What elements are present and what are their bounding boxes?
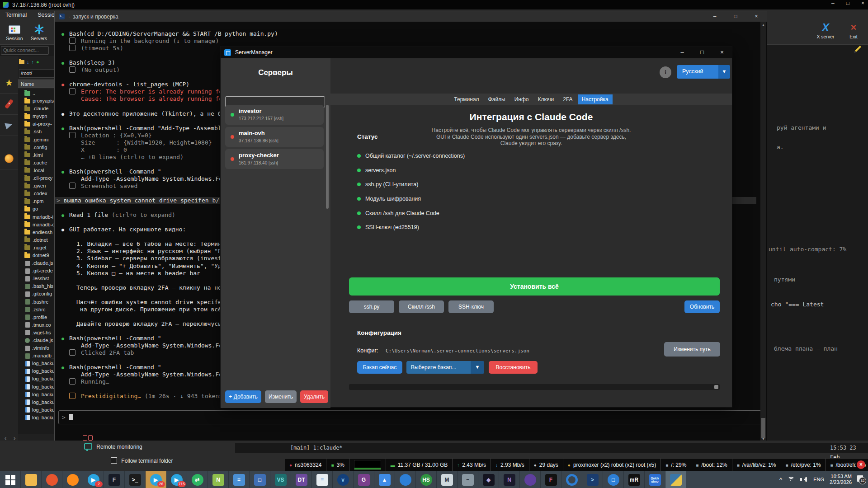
taskbar-blue-circle-app[interactable] [395, 471, 416, 488]
mobaxterm-maximize-icon[interactable]: □ [846, 0, 849, 6]
server-list-scrollbar[interactable] [326, 105, 329, 209]
taskbar-n-purple-app[interactable]: N [499, 471, 520, 488]
sm-minimize-icon[interactable]: – [672, 47, 692, 58]
file-list-item[interactable]: .qwen [18, 182, 54, 190]
file-list-item[interactable]: .claude.js [18, 259, 54, 267]
mobaxterm-minimize-icon[interactable]: – [831, 0, 835, 6]
wifi-icon[interactable] [788, 477, 795, 483]
file-list-item[interactable]: dotnet9 [18, 252, 54, 259]
delete-server-button[interactable]: Удалить [300, 390, 328, 403]
remote-monitoring-toggle[interactable]: Remote monitoring [84, 443, 142, 450]
terminal-titlebar[interactable]: >_ · запуск и проверка – □ × [55, 11, 767, 22]
scrollbar-thumb[interactable] [761, 418, 765, 438]
scroll-up-icon[interactable]: ▲ [760, 23, 766, 27]
folder-up-icon[interactable] [19, 60, 24, 64]
file-list-item[interactable]: log_backu [18, 360, 54, 367]
file-list-item[interactable]: .cache [18, 159, 54, 167]
mobaxterm-close-icon[interactable]: × [861, 0, 864, 6]
file-list-item[interactable]: .npm [18, 197, 54, 205]
taskbar-o-ring-app[interactable] [561, 471, 582, 488]
file-list-item[interactable]: log_backu [18, 414, 54, 422]
tray-chevron-up-icon[interactable]: ^ [779, 476, 782, 483]
restore-button[interactable]: Восстановить [489, 361, 538, 374]
globe-icon[interactable] [0, 148, 18, 169]
file-list-item[interactable]: .ssh [18, 128, 54, 136]
component-button[interactable]: Скилл /ssh [399, 300, 444, 313]
info-button[interactable]: i [660, 66, 671, 78]
upload-icon[interactable]: ↑ [32, 59, 34, 65]
toolbar-servers-button[interactable]: Servers [27, 23, 51, 41]
file-list-item[interactable]: .config [18, 144, 54, 151]
file-list-item[interactable]: .tmux.co [18, 321, 54, 329]
taskbar-bird-app[interactable]: v [333, 471, 354, 488]
file-list-item[interactable]: .codex [18, 190, 54, 197]
file-list-item[interactable]: .dotnet [18, 236, 54, 244]
file-list-item[interactable]: myvpn [18, 113, 54, 120]
taskbar-command-prompt[interactable]: >_ [125, 471, 146, 488]
servermanager-titlebar[interactable]: ServerManager – □ × [221, 47, 732, 58]
terminal-close-icon[interactable]: × [746, 11, 767, 22]
tools-knife-icon[interactable] [0, 94, 18, 115]
follow-terminal-folder-checkbox[interactable]: Follow terminal folder [111, 457, 173, 464]
tray-language[interactable]: ENG [813, 477, 824, 482]
refresh-button[interactable]: Обновить [684, 300, 720, 313]
file-list-item[interactable]: log_backu [18, 367, 54, 375]
favorites-star-icon[interactable]: ★ [0, 72, 18, 94]
tray-clock[interactable]: 10:53 AM 2/23/2026 [830, 474, 852, 485]
file-list-item[interactable]: log_backu [18, 383, 54, 391]
taskbar-notepad[interactable]: ≡ [312, 471, 333, 488]
taskbar-python-app[interactable] [665, 471, 686, 488]
file-path-field[interactable]: /root/ [19, 69, 55, 78]
file-list-item[interactable]: .claude [18, 105, 54, 113]
tab-Файлы[interactable]: Файлы [484, 94, 509, 104]
sm-close-icon[interactable]: × [712, 47, 732, 58]
backup-now-button[interactable]: Бэкап сейчас [357, 361, 402, 374]
file-list-item[interactable]: .profile [18, 314, 54, 321]
taskbar-window-app[interactable]: □ [250, 471, 270, 488]
terminal-minimize-icon[interactable]: – [704, 11, 725, 22]
file-list-item[interactable]: .mariadb_ [18, 352, 54, 360]
taskbar-firefox-browser[interactable] [62, 471, 83, 488]
taskbar-brave-browser[interactable] [42, 471, 62, 488]
file-list-item[interactable]: log_backu [18, 375, 54, 383]
file-list-item[interactable]: .wget-hs [18, 329, 54, 337]
file-list-item[interactable]: .kimi [18, 151, 54, 159]
start-button[interactable] [0, 471, 21, 488]
taskbar-telegram[interactable]: ▶2 [83, 471, 104, 488]
file-list-item[interactable]: .claude.js [18, 337, 54, 344]
pencil-icon[interactable] [855, 46, 861, 52]
file-list-item[interactable]: log_backu [18, 399, 54, 406]
toolbar-exit-button[interactable]: × Exit [842, 21, 865, 39]
file-list-item[interactable]: .gitconfig [18, 290, 54, 298]
taskbar-telegram-alt[interactable]: ▶715 [166, 471, 187, 488]
taskbar-obsidian[interactable]: ◆ [478, 471, 499, 488]
toolbar-session-button[interactable]: Session [3, 23, 26, 41]
tab-Терминал[interactable]: Терминал [450, 94, 483, 104]
horizontal-scrollbar[interactable] [349, 384, 720, 390]
taskbar-mremoteng[interactable]: mR [624, 471, 645, 488]
component-button[interactable]: ssh.py [349, 300, 394, 313]
taskbar-telegram-attention[interactable]: ▶26 [146, 471, 166, 488]
file-list-item[interactable]: .local [18, 167, 54, 174]
taskbar-powershell[interactable]: > [582, 471, 603, 488]
terminal-scrollbar[interactable]: ▲ ▼ [760, 22, 766, 442]
refresh-icon[interactable]: ● [36, 59, 39, 65]
add-server-button[interactable]: + Добавить [225, 390, 261, 403]
download-icon[interactable]: ↓ [27, 59, 29, 65]
terminal-input-box[interactable]: > [58, 410, 762, 424]
file-list-item[interactable]: .. [18, 89, 54, 97]
paper-plane-icon[interactable] [0, 115, 18, 136]
server-card[interactable]: investor173.212.212.157 [ssh] [225, 105, 324, 125]
file-list-item[interactable]: endlessh [18, 229, 54, 236]
file-list-item[interactable]: mariadb-c [18, 221, 54, 229]
file-list-item[interactable]: ai-proxy- [18, 120, 54, 128]
tab-Ключи[interactable]: Ключи [534, 94, 558, 104]
file-list-item[interactable]: .gemini [18, 136, 54, 144]
file-list-item[interactable]: .cli-proxy [18, 174, 54, 182]
terminal-maximize-icon[interactable]: □ [725, 11, 746, 22]
taskbar-freefilesync[interactable]: ⇄ [187, 471, 208, 488]
tab-2FA[interactable]: 2FA [559, 94, 576, 104]
edit-server-button[interactable]: Изменить [265, 390, 297, 403]
server-card[interactable]: proxy-checker161.97.118.40 [ssh] [225, 149, 324, 169]
menu-terminal[interactable]: Terminal [5, 12, 27, 18]
